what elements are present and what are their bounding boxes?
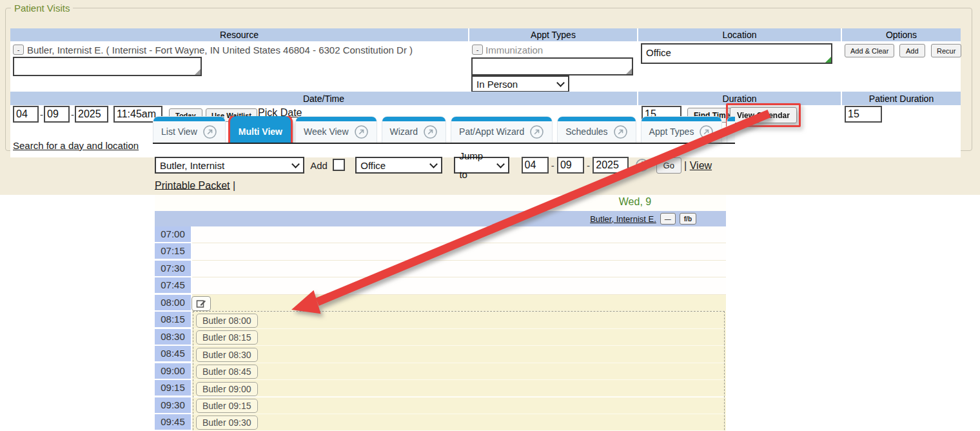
open-view-icon [423,125,438,139]
tab-label: Week View [304,126,349,137]
open-view-icon [613,125,628,139]
toolbar-month-input[interactable] [522,157,549,174]
tab-can[interactable]: Can [727,116,735,143]
month-input[interactable] [13,106,39,123]
tab-pat-appt-wizard[interactable]: Pat/Appt Wizard [451,116,553,143]
open-view-icon [354,125,369,139]
provider-select-value: Butler, Internist [160,156,224,175]
slot-area[interactable] [192,226,726,243]
date-separator: - [551,160,554,171]
page: Patient Visits Resource Appt Types Locat… [0,0,980,431]
appt-type-search-input[interactable] [471,57,633,75]
slot-button-butler-08-30[interactable]: Butler 08:30 [196,348,258,362]
jump-to-value: Jump to [459,146,493,184]
time-label: 07:45 [155,277,191,293]
location-select-value: Office [360,156,386,175]
tab-label: Multi View [239,126,282,137]
slot-button-butler-08-45[interactable]: Butler 08:45 [196,365,258,379]
slot-button-butler-08-00[interactable]: Butler 08:00 [196,314,258,328]
remove-appt-type-button[interactable]: - [472,45,483,55]
appt-mode-value: In Person [476,79,518,90]
tab-label: List View [161,126,197,137]
jump-to-select[interactable]: Jump to [454,157,509,174]
time-label: 09:00 [155,363,191,379]
time-label: 09:30 [155,397,191,413]
options-header: Options [842,28,961,41]
tab-schedules[interactable]: Schedules [557,116,636,143]
year-input[interactable] [75,106,108,123]
calendar-row-07-30: 07:30 [155,261,726,277]
chevron-down-icon [429,160,438,168]
view-calendar-button[interactable]: View Calendar [730,107,797,123]
provider-column-link[interactable]: Butler, Internist E. [590,214,656,224]
time-label: 08:15 [155,312,191,327]
provider-select[interactable]: Butler, Internist [155,157,304,174]
tab-label: Pat/Appt Wizard [459,126,524,137]
location-select[interactable]: Office [355,157,442,174]
resource-search-input[interactable] [13,57,202,76]
time-label: 08:30 [155,329,191,345]
day-header: Wed, 9 [600,196,671,208]
datetime-header: Date/Time [10,92,637,105]
search-day-location-link[interactable]: Search for a day and location [13,140,139,151]
slot-area[interactable] [192,261,726,277]
appt-mode-select[interactable]: In Person [471,75,569,92]
chevron-down-icon [556,79,565,87]
time-label: 08:00 [155,295,191,310]
slot-area[interactable] [192,277,726,294]
calendar-panel: Wed, 9 Butler, Internist E. — f/b 07:000… [155,195,726,431]
tab-multi-view[interactable]: Multi View [230,116,291,143]
location-header: Location [638,28,841,41]
date-separator: - [40,109,43,120]
go-button[interactable]: Go [656,157,681,174]
calendar-provider-header-row: Butler, Internist E. — f/b [155,211,726,226]
appt-types-header: Appt Types [469,28,637,41]
slot-area[interactable] [192,243,726,260]
add-resource-checkbox[interactable] [333,159,345,171]
calendar-row-08-00: 08:00 [155,295,726,312]
view-tabs-strip: List ViewMulti ViewWeek ViewWizardPat/Ap… [153,116,735,144]
clock-icon[interactable] [635,158,649,172]
toolbar-year-input[interactable] [593,157,629,174]
patient-duration-input[interactable] [845,106,882,123]
time-label: 09:15 [155,380,191,396]
tab-label: Wizard [390,126,418,137]
open-view-icon [699,125,714,139]
slot-area[interactable] [192,295,726,312]
calendar-row-07-15: 07:15 [155,243,726,260]
slot-button-butler-09-30[interactable]: Butler 09:30 [196,416,258,430]
fb-button[interactable]: f/b [680,213,696,225]
tab-wizard[interactable]: Wizard [382,116,447,143]
remove-resource-button[interactable]: - [13,45,24,55]
date-separator: - [587,160,590,171]
resource-name: Butler, Internist E. ( Internist - Fort … [27,45,413,55]
add-button[interactable]: Add [899,44,925,57]
slot-button-butler-09-00[interactable]: Butler 09:00 [196,382,258,396]
tab-label: Schedules [565,126,607,137]
slot-button-butler-08-15[interactable]: Butler 08:15 [196,330,258,345]
printable-separator: | [684,160,690,171]
add-and-clear-button[interactable]: Add & Clear [845,44,894,57]
patient-duration-header: Patient Duration [842,92,961,105]
day-input[interactable] [44,106,70,123]
resource-header: Resource [10,28,468,41]
edit-appointment-button[interactable] [191,296,211,311]
tab-week-view[interactable]: Week View [295,116,377,143]
toolbar-day-input[interactable] [557,157,584,174]
patient-visits-legend: Patient Visits [11,3,73,14]
time-label: 08:45 [155,346,191,361]
slot-button-butler-09-15[interactable]: Butler 09:15 [196,399,258,413]
chevron-down-icon [497,160,505,168]
calendar-row-07-00: 07:00 [155,226,726,243]
time-label: 09:45 [155,414,191,430]
calendar-day-header-row: Wed, 9 [155,195,726,211]
open-view-icon [529,125,544,139]
recur-button[interactable]: Recur [931,44,961,57]
collapse-column-button[interactable]: — [660,213,676,225]
calendar-toolbar: Butler, Internist Add Office Jump to - -… [155,155,730,194]
tab-list-view[interactable]: List View [153,116,226,143]
tab-appt-types[interactable]: Appt Types [641,116,723,143]
location-box[interactable]: Office [641,43,832,64]
open-view-icon [202,125,217,139]
date-separator: - [71,109,74,120]
